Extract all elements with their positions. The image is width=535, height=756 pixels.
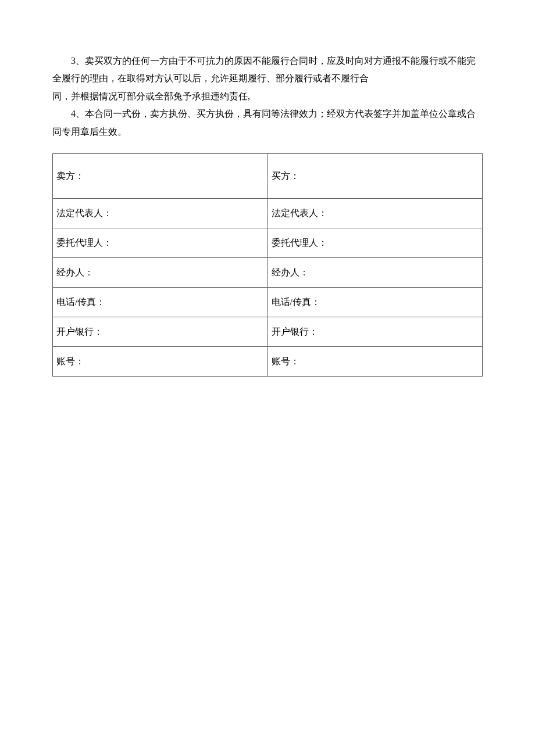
table-row: 法定代表人：法定代表人： xyxy=(53,198,483,228)
buyer-cell: 法定代表人： xyxy=(268,198,483,228)
document-page: 3、卖买双方的任何一方由于不可抗力的原因不能履行合同时，应及时向对方通报不能履行… xyxy=(0,0,535,377)
seller-cell: 法定代表人： xyxy=(53,198,268,228)
signature-table: 卖方：买方：法定代表人：法定代表人：委托代理人：委托代理人：经办人：经办人：电话… xyxy=(52,153,483,377)
buyer-cell: 经办人： xyxy=(268,257,483,287)
buyer-cell: 账号： xyxy=(268,346,483,376)
table-row: 账号：账号： xyxy=(53,346,483,376)
seller-cell: 委托代理人： xyxy=(53,228,268,257)
table-row: 委托代理人：委托代理人： xyxy=(53,228,483,257)
buyer-cell: 买方： xyxy=(268,153,483,198)
table-row: 经办人：经办人： xyxy=(53,257,483,287)
seller-cell: 卖方： xyxy=(53,153,268,198)
clause-4: 4、本合同一式份，卖方执份、买方执份，具有同等法律效力；经双方代表签字并加盖单位… xyxy=(52,105,483,141)
table-row: 卖方：买方： xyxy=(53,153,483,198)
seller-cell: 开户银行： xyxy=(53,317,268,346)
seller-cell: 电话/传真： xyxy=(53,287,268,317)
buyer-cell: 电话/传真： xyxy=(268,287,483,317)
table-row: 电话/传真：电话/传真： xyxy=(53,287,483,317)
buyer-cell: 开户银行： xyxy=(268,317,483,346)
clause-3-part2: 同，并根据情况可部分或全部兔予承担违约责任, xyxy=(52,88,483,105)
seller-cell: 经办人： xyxy=(53,257,268,287)
table-row: 开户银行：开户银行： xyxy=(53,317,483,346)
signature-table-body: 卖方：买方：法定代表人：法定代表人：委托代理人：委托代理人：经办人：经办人：电话… xyxy=(53,153,483,376)
seller-cell: 账号： xyxy=(53,346,268,376)
clause-3-part1: 3、卖买双方的任何一方由于不可抗力的原因不能履行合同时，应及时向对方通报不能履行… xyxy=(52,52,483,88)
buyer-cell: 委托代理人： xyxy=(268,228,483,257)
